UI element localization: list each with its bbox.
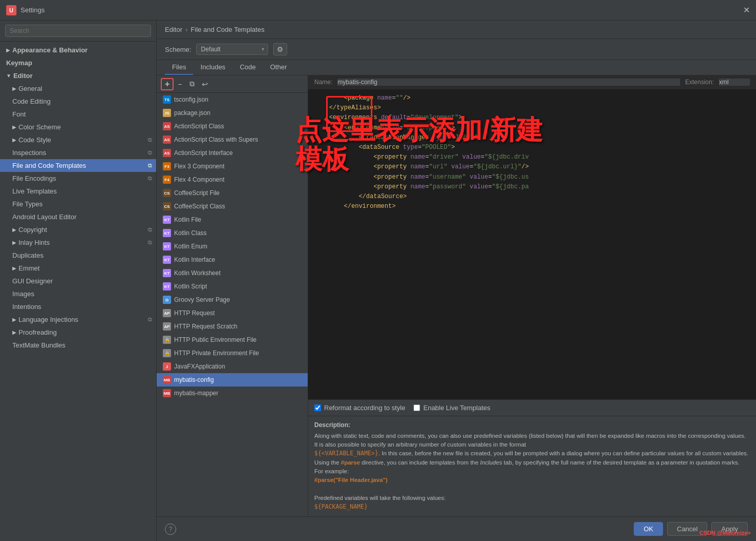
sidebar-item-textmate-bundles[interactable]: TextMate Bundles [0, 339, 156, 352]
sidebar-item-intentions[interactable]: Intentions [0, 300, 156, 313]
file-type-icon: AS [163, 122, 171, 130]
scheme-select[interactable]: Default [196, 44, 268, 55]
list-item[interactable]: AP HTTP Request Scratch [157, 320, 308, 333]
list-item-mybatis-config[interactable]: MB mybatis-config [157, 373, 308, 387]
list-item[interactable]: KT Kotlin Interface [157, 253, 308, 266]
name-input[interactable] [337, 79, 680, 86]
name-ext-row: Name: Extension: [308, 75, 756, 89]
template-file-list: TS tsconfig.json JS package.json AS Acti… [157, 93, 308, 516]
sidebar-item-code-style[interactable]: ▶ Code Style ⧉ [0, 133, 156, 146]
copy-icon: ⧉ [148, 137, 152, 143]
sidebar-item-images[interactable]: Images [0, 287, 156, 300]
main-panel: Editor › File and Code Templates Scheme:… [157, 21, 756, 516]
sidebar-item-color-scheme[interactable]: ▶ Color Scheme [0, 121, 156, 133]
ext-label: Extension: [685, 79, 714, 86]
list-item[interactable]: J JavaFXApplication [157, 360, 308, 373]
list-item[interactable]: JS package.json [157, 106, 308, 120]
sidebar-item-editor[interactable]: ▼ Editor [0, 69, 156, 82]
reformat-label: Reformat according to style [324, 404, 405, 412]
code-line: <package name=""/> [314, 93, 750, 103]
list-item[interactable]: 🔒 HTTP Private Environment File [157, 346, 308, 360]
code-line: <property name="driver" value="${jdbc.dr… [314, 152, 750, 162]
code-line: </typeAliases> [314, 103, 750, 113]
sidebar-item-label: Code Editing [12, 98, 50, 105]
sidebar-item-label: Inlay Hints [18, 239, 50, 246]
list-item[interactable]: KT Kotlin Class [157, 226, 308, 240]
scheme-settings-button[interactable]: ⚙ [273, 43, 287, 55]
sidebar-item-file-types[interactable]: File Types [0, 198, 156, 210]
sidebar-item-keymap[interactable]: Keymap [0, 56, 156, 69]
list-item[interactable]: G Groovy Server Page [157, 293, 308, 306]
tab-code[interactable]: Code [233, 60, 263, 75]
expand-arrow-icon: ▶ [12, 240, 16, 245]
list-item-mybatis-mapper[interactable]: MB mybatis-mapper [157, 387, 308, 400]
remove-template-button[interactable]: − [175, 78, 185, 90]
sidebar-item-font[interactable]: Font [0, 108, 156, 121]
file-type-icon: 🔒 [163, 349, 171, 357]
list-item[interactable]: TS tsconfig.json [157, 93, 308, 106]
reset-template-button[interactable]: ↩ [199, 78, 211, 90]
copy-template-button[interactable]: ⧉ [186, 78, 198, 90]
sidebar-item-appearance[interactable]: ▶ Appearance & Behavior [0, 44, 156, 56]
copy-icon: ⧉ [148, 175, 152, 182]
file-type-icon: G [163, 296, 171, 304]
sidebar-item-label: File Encodings [12, 175, 56, 182]
close-button[interactable]: ✕ [743, 5, 750, 15]
help-button[interactable]: ? [165, 524, 176, 535]
settings-window: U Settings ✕ ▶ Appearance & Behavior Key… [0, 0, 756, 541]
file-name: tsconfig.json [174, 96, 209, 103]
sidebar-item-duplicates[interactable]: Duplicates [0, 249, 156, 262]
sidebar-item-android-layout-editor[interactable]: Android Layout Editor [0, 210, 156, 223]
code-editor[interactable]: <package name=""/> </typeAliases> <envir… [308, 89, 756, 399]
sidebar-item-general[interactable]: ▶ General [0, 82, 156, 95]
list-item[interactable]: AS ActionScript Class with Supers [157, 133, 308, 146]
list-item[interactable]: AS ActionScript Class [157, 120, 308, 133]
list-item[interactable]: KT Kotlin Script [157, 280, 308, 293]
tab-other[interactable]: Other [263, 60, 294, 75]
list-item[interactable]: F4 Flex 4 Component [157, 173, 308, 186]
description-title: Description: [314, 421, 750, 429]
sidebar-item-proofreading[interactable]: ▶ Proofreading [0, 326, 156, 339]
list-item[interactable]: F3 Flex 3 Component [157, 160, 308, 173]
ok-button[interactable]: OK [634, 522, 663, 536]
code-line: <environments default="development"> [314, 113, 750, 123]
live-templates-checkbox[interactable] [413, 404, 420, 411]
list-item[interactable]: AP HTTP Request [157, 306, 308, 320]
sidebar-item-language-injections[interactable]: ▶ Language Injections ⧉ [0, 313, 156, 326]
expand-arrow-icon: ▶ [12, 86, 16, 91]
reformat-checkbox[interactable] [314, 404, 321, 411]
list-item[interactable]: 🔒 HTTP Public Environment File [157, 333, 308, 346]
sidebar-item-label: Font [12, 110, 26, 118]
sidebar-item-live-templates[interactable]: Live Templates [0, 185, 156, 198]
list-item[interactable]: CS CoffeeScript File [157, 186, 308, 200]
list-item[interactable]: KT Kotlin Enum [157, 240, 308, 253]
tab-files[interactable]: Files [165, 60, 193, 75]
list-item[interactable]: AS ActionScript Interface [157, 146, 308, 160]
file-name: ActionScript Interface [174, 149, 233, 157]
tab-includes[interactable]: Includes [193, 60, 232, 75]
live-templates-checkbox-row: Enable Live Templates [413, 404, 490, 412]
sidebar-item-inlay-hints[interactable]: ▶ Inlay Hints ⧉ [0, 236, 156, 249]
sidebar-item-inspections[interactable]: Inspections ⧉ [0, 146, 156, 159]
search-input[interactable] [5, 25, 151, 37]
sidebar-item-file-and-code-templates[interactable]: File and Code Templates ⧉ [0, 159, 156, 172]
sidebar-item-label: Copyright [18, 226, 47, 234]
add-template-button[interactable]: + [161, 78, 174, 90]
template-list-panel: + − ⧉ ↩ TS tsconfig.json JS [157, 75, 308, 516]
sidebar-item-file-encodings[interactable]: File Encodings ⧉ [0, 172, 156, 185]
sidebar-item-gui-designer[interactable]: GUI Designer [0, 275, 156, 287]
file-type-icon: KT [163, 242, 171, 250]
sidebar-item-emmet[interactable]: ▶ Emmet [0, 262, 156, 275]
code-line: <property name="url" value="${jdbc.url}"… [314, 162, 750, 172]
list-item[interactable]: CS CoffeeScript Class [157, 200, 308, 213]
file-name: HTTP Request [174, 310, 215, 317]
file-name: JavaFXApplication [174, 363, 225, 370]
file-name: mybatis-mapper [174, 390, 218, 397]
expand-arrow-icon: ▶ [12, 137, 16, 143]
ext-input[interactable] [719, 79, 750, 86]
sidebar-item-code-editing[interactable]: Code Editing [0, 95, 156, 108]
list-item[interactable]: KT Kotlin Worksheet [157, 266, 308, 280]
scheme-label: Scheme: [165, 46, 191, 53]
sidebar-item-copyright[interactable]: ▶ Copyright ⧉ [0, 223, 156, 236]
list-item[interactable]: KT Kotlin File [157, 213, 308, 226]
